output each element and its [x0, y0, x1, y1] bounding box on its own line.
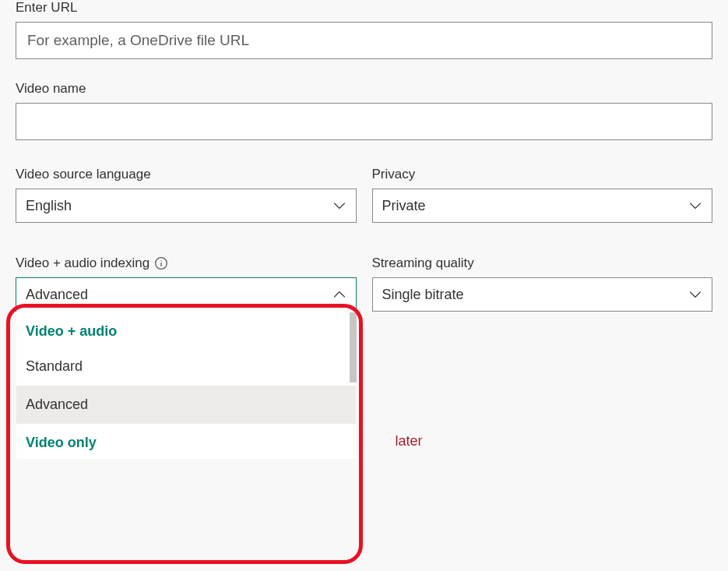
- dropdown-group-video-audio: Video + audio: [16, 312, 356, 347]
- info-icon[interactable]: [154, 256, 168, 270]
- language-label: Video source language: [16, 167, 357, 182]
- video-name-label: Video name: [16, 81, 712, 97]
- chevron-down-icon: [332, 199, 346, 213]
- indexing-dropdown: Video + audio Standard Advanced Video on…: [16, 311, 356, 459]
- url-label: Enter URL: [16, 0, 712, 16]
- dropdown-option-advanced[interactable]: Advanced: [16, 386, 356, 424]
- indexing-label: Video + audio indexing: [16, 256, 149, 271]
- scrollbar-thumb[interactable]: [350, 312, 357, 382]
- partial-link-text[interactable]: later: [396, 433, 423, 449]
- streaming-selected-value: Single bitrate: [382, 287, 464, 303]
- indexing-selected-value: Advanced: [26, 287, 88, 303]
- language-select[interactable]: English: [16, 189, 357, 223]
- streaming-select[interactable]: Single bitrate: [372, 277, 713, 312]
- dropdown-group-video-only: Video only: [16, 424, 356, 454]
- chevron-down-icon: [688, 199, 702, 213]
- privacy-label: Privacy: [372, 167, 713, 182]
- chevron-down-icon: [688, 287, 702, 301]
- dropdown-option-standard[interactable]: Standard: [16, 347, 356, 386]
- video-name-input[interactable]: [16, 103, 712, 140]
- language-selected-value: English: [26, 198, 72, 214]
- chevron-up-icon: [332, 287, 346, 301]
- privacy-selected-value: Private: [382, 198, 426, 214]
- url-input[interactable]: [16, 22, 712, 59]
- svg-point-1: [161, 260, 162, 261]
- streaming-label: Streaming quality: [372, 256, 713, 271]
- privacy-select[interactable]: Private: [372, 189, 713, 223]
- indexing-select[interactable]: Advanced Video + audio Standard Advanced…: [16, 277, 357, 312]
